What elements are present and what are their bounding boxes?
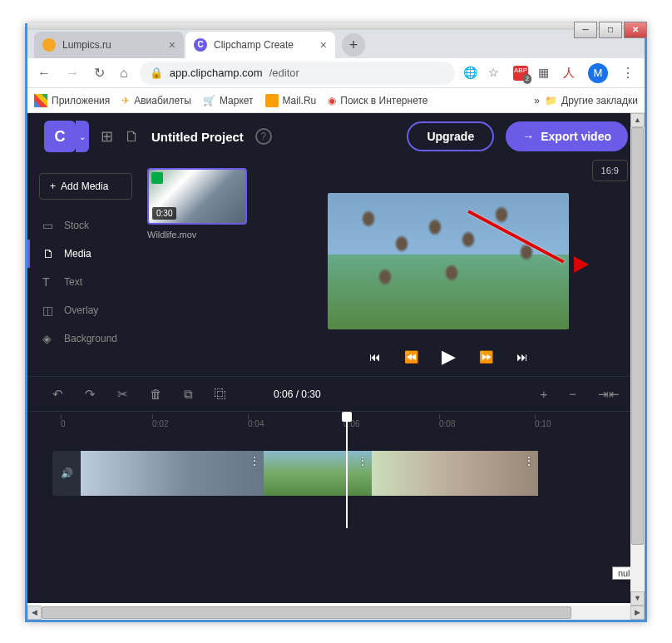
maximize-button[interactable]: □ — [599, 22, 622, 38]
timeline-clip[interactable]: ⋮ — [372, 451, 538, 496]
skip-start-icon[interactable]: ⏮ — [369, 350, 381, 364]
film-icon[interactable]: ⊞ — [101, 127, 113, 146]
audio-toggle[interactable]: 🔊 — [52, 451, 81, 496]
sidebar-item-stock[interactable]: ▭Stock — [27, 211, 144, 240]
help-icon[interactable]: ? — [255, 128, 272, 145]
app-content: C ⌄ ⊞ 🗋 Untitled Project ? Upgrade →Expo… — [27, 113, 645, 603]
scroll-thumb[interactable] — [42, 606, 571, 619]
duplicate-icon[interactable]: ⿻ — [215, 387, 227, 401]
close-button[interactable]: ✕ — [624, 22, 647, 38]
fit-icon[interactable]: ⇥⇤ — [598, 387, 620, 402]
reload-button[interactable]: ↻ — [91, 62, 108, 84]
folder-icon: 📁 — [545, 95, 557, 106]
rewind-icon[interactable]: ⏪ — [404, 350, 418, 364]
zoom-out-icon[interactable]: − — [569, 387, 576, 402]
back-button[interactable]: ← — [34, 62, 54, 84]
ruler-mark: 0:08 — [439, 419, 455, 428]
minimize-button[interactable]: ─ — [574, 22, 597, 38]
add-media-label: Add Media — [61, 181, 108, 192]
copy-icon[interactable]: ⧉ — [184, 387, 193, 402]
sidebar-label: Media — [64, 248, 91, 260]
timeline-clip[interactable]: ⋮ — [264, 451, 372, 496]
new-tab-button[interactable]: + — [342, 33, 365, 57]
video-preview[interactable] — [328, 193, 569, 329]
clip-menu-icon[interactable]: ⋮ — [357, 454, 368, 467]
cart-icon: 🛒 — [203, 95, 215, 106]
url-path: /editor — [269, 67, 299, 79]
sidebar-item-background[interactable]: ◈Background — [27, 324, 144, 353]
media-thumbnail[interactable]: 0:30 — [147, 168, 247, 225]
tab-lumpics[interactable]: Lumpics.ru × — [34, 32, 184, 58]
text-icon: T — [42, 275, 56, 289]
timeline-ruler[interactable]: 0 0:02 0:04 0:06 0:08 0:10 — [27, 411, 645, 436]
cut-icon[interactable]: ✂ — [117, 387, 128, 402]
url-host: app.clipchamp.com — [170, 67, 263, 79]
titlebar[interactable] — [27, 23, 645, 30]
thumb-type-badge — [151, 172, 163, 184]
zoom-in-icon[interactable]: + — [540, 387, 547, 402]
scroll-right-button[interactable]: ▶ — [630, 606, 645, 620]
play-icon[interactable]: ▶ — [442, 346, 456, 368]
forward-button[interactable]: → — [62, 62, 82, 84]
translate-icon[interactable]: 🌐 — [463, 66, 478, 81]
preview-area: 16:9 ⏮ ⏪ ▶ ⏩ — [252, 160, 645, 376]
bookmark-mail[interactable]: Mail.Ru — [265, 94, 317, 107]
bookmark-market[interactable]: 🛒Маркет — [203, 95, 254, 106]
bookmark-label: Другие закладки — [561, 95, 638, 106]
tab-close-icon[interactable]: × — [320, 38, 327, 52]
scroll-left-button[interactable]: ◀ — [27, 606, 42, 620]
media-filename: Wildlife.mov — [147, 230, 249, 240]
speaker-icon: 🔊 — [61, 467, 73, 479]
sidebar: +Add Media ▭Stock 🗋Media TText ◫Overlay … — [27, 160, 144, 376]
overflow-button[interactable]: » — [534, 95, 540, 106]
tab-clipchamp[interactable]: C Clipchamp Create × — [185, 32, 335, 58]
favicon-icon: C — [194, 38, 207, 52]
home-button[interactable]: ⌂ — [116, 62, 131, 84]
ruler-mark: 0:10 — [535, 419, 551, 428]
upgrade-button[interactable]: Upgrade — [407, 121, 494, 151]
url-input[interactable]: 🔒 app.clipchamp.com/editor — [140, 62, 455, 85]
bookmark-flights[interactable]: ✈Авиабилеты — [121, 95, 191, 106]
undo-icon[interactable]: ↶ — [52, 387, 63, 402]
sidebar-item-media[interactable]: 🗋Media — [27, 240, 144, 268]
sidebar-item-text[interactable]: TText — [27, 268, 144, 296]
aspect-ratio-button[interactable]: 16:9 — [592, 160, 628, 181]
export-button[interactable]: →Export video — [506, 121, 628, 151]
redo-icon[interactable]: ↷ — [85, 387, 96, 402]
timeline-clip[interactable]: ⋮ — [81, 451, 264, 496]
annotation-arrow — [468, 210, 576, 213]
timeline-track[interactable]: 🔊 ⋮ ⋮ ⋮ — [27, 436, 645, 509]
scroll-thumb[interactable] — [631, 127, 644, 545]
app-logo[interactable]: C — [44, 121, 76, 152]
bookmark-search[interactable]: ◉Поиск в Интернете — [328, 95, 427, 106]
tab-close-icon[interactable]: × — [169, 38, 175, 52]
pdf-icon[interactable]: 人 — [563, 66, 578, 81]
menu-icon[interactable]: ⋮ — [618, 62, 638, 84]
scroll-down-button[interactable]: ▼ — [630, 591, 645, 606]
bookmark-other[interactable]: 📁Другие закладки — [545, 95, 638, 106]
skip-end-icon[interactable]: ⏭ — [516, 350, 528, 364]
vertical-scrollbar[interactable]: ▲ ▼ — [630, 113, 645, 606]
logo-dropdown[interactable]: ⌄ — [76, 121, 89, 152]
profile-avatar[interactable]: M — [588, 63, 608, 83]
bookmark-label: Маркет — [220, 95, 254, 106]
forward-icon[interactable]: ⏩ — [479, 350, 493, 364]
project-title[interactable]: Untitled Project — [151, 130, 244, 144]
sidebar-item-overlay[interactable]: ◫Overlay — [27, 296, 144, 324]
horizontal-scrollbar[interactable]: ◀ ▶ — [27, 606, 645, 620]
thumb-duration: 0:30 — [152, 207, 176, 220]
bookmark-label: Авиабилеты — [134, 95, 191, 106]
bookmark-apps[interactable]: Приложения — [34, 94, 110, 107]
clip-menu-icon[interactable]: ⋮ — [249, 454, 260, 467]
playhead[interactable] — [346, 412, 348, 528]
adblock-icon[interactable]: ABP2 — [513, 66, 528, 81]
bookmark-star-icon[interactable]: ☆ — [488, 66, 503, 81]
delete-icon[interactable]: 🗑 — [150, 387, 162, 401]
globe-icon: ◉ — [328, 95, 336, 106]
document-icon[interactable]: 🗋 — [125, 128, 140, 146]
add-media-button[interactable]: +Add Media — [39, 173, 132, 200]
extension-icon[interactable]: ▦ — [538, 66, 553, 81]
tab-strip: Lumpics.ru × C Clipchamp Create × + — [27, 30, 645, 58]
clip-menu-icon[interactable]: ⋮ — [523, 454, 535, 467]
scroll-up-button[interactable]: ▲ — [630, 113, 645, 127]
